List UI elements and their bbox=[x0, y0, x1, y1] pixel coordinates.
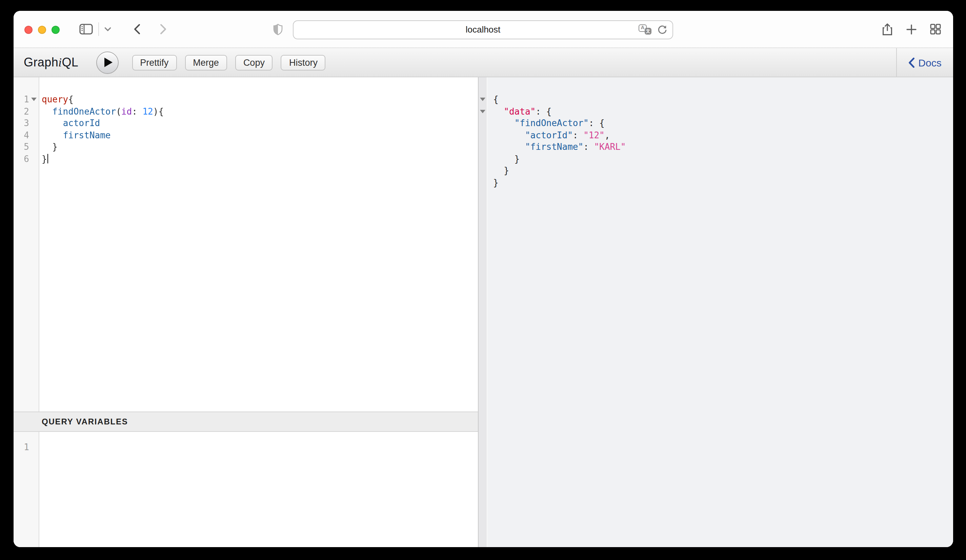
browser-window: localhost A 文 bbox=[13, 11, 953, 547]
sidebar-icon bbox=[79, 24, 93, 34]
nav-controls bbox=[78, 11, 172, 48]
fold-column bbox=[29, 141, 38, 153]
fold-arrow-icon[interactable] bbox=[480, 110, 485, 113]
code-token: 12 bbox=[142, 106, 153, 116]
fold-column bbox=[29, 117, 38, 129]
code-line: "findOneActor": { bbox=[493, 117, 626, 129]
merge-button[interactable]: Merge bbox=[185, 54, 227, 70]
code-line: } bbox=[493, 177, 626, 189]
prettify-button[interactable]: Prettify bbox=[132, 54, 177, 70]
line-number: 4 bbox=[13, 129, 29, 141]
line-number: 3 bbox=[13, 117, 29, 129]
toolbar-buttons: Prettify Merge Copy History bbox=[132, 54, 326, 70]
code-line: } bbox=[493, 165, 626, 177]
code-token: findOneActor bbox=[52, 106, 116, 116]
code-token: : bbox=[536, 106, 546, 116]
code-token bbox=[493, 106, 504, 116]
result-pane: { "data": { "findOneActor": { "actorId":… bbox=[479, 77, 953, 547]
graphiql-toolbar: GraphiQL Prettify Merge Copy History Doc… bbox=[13, 48, 953, 77]
copy-button[interactable]: Copy bbox=[235, 54, 273, 70]
code-token bbox=[493, 142, 525, 152]
code-token bbox=[493, 118, 514, 128]
code-token: : bbox=[589, 118, 599, 128]
query-variables-bar[interactable]: QUERY VARIABLES bbox=[13, 412, 478, 432]
code-token: : bbox=[583, 142, 594, 152]
code-token: "data" bbox=[504, 106, 536, 116]
code-token: "findOneActor" bbox=[514, 118, 589, 128]
code-token bbox=[42, 106, 52, 116]
gutter-line: 4 bbox=[13, 129, 38, 141]
gutter-line: 1 bbox=[13, 94, 38, 105]
fold-column[interactable] bbox=[479, 94, 487, 105]
history-button[interactable]: History bbox=[281, 54, 326, 70]
screen: localhost A 文 bbox=[0, 0, 966, 560]
sidebar-dropdown-button[interactable] bbox=[102, 22, 113, 36]
gutter-line: 1 bbox=[13, 441, 38, 453]
code-line: "data": { bbox=[493, 105, 626, 117]
docs-label: Docs bbox=[918, 57, 941, 68]
fold-column bbox=[29, 105, 38, 117]
new-tab-button[interactable] bbox=[906, 24, 917, 34]
code-token: : bbox=[573, 130, 583, 140]
reload-icon bbox=[657, 24, 668, 35]
window-controls bbox=[25, 25, 60, 34]
result-code: { "data": { "findOneActor": { "actorId":… bbox=[493, 77, 626, 189]
fold-arrow-icon[interactable] bbox=[31, 98, 36, 101]
query-editor[interactable]: 123456 query{ findOneActor(id: 12){ acto… bbox=[13, 77, 478, 412]
back-button[interactable] bbox=[128, 20, 146, 38]
reload-button[interactable] bbox=[657, 24, 668, 35]
code-token: "actorId" bbox=[525, 130, 573, 140]
code-token: { bbox=[493, 94, 499, 104]
gutter-line: 5 bbox=[13, 141, 38, 153]
chevron-down-icon bbox=[104, 27, 111, 31]
code-token: id bbox=[122, 106, 132, 116]
execute-button[interactable] bbox=[96, 51, 118, 74]
fold-arrow-icon[interactable] bbox=[480, 98, 485, 101]
fold-column bbox=[29, 441, 38, 453]
browser-chrome: localhost A 文 bbox=[13, 11, 953, 48]
code-token: } bbox=[493, 177, 499, 187]
fold-column[interactable] bbox=[29, 94, 38, 105]
fold-column[interactable] bbox=[479, 105, 487, 117]
gutter-line bbox=[479, 94, 487, 105]
code-token: "firstName" bbox=[525, 142, 583, 152]
chevron-right-icon bbox=[160, 24, 167, 34]
code-token: } bbox=[493, 166, 509, 176]
share-icon bbox=[882, 23, 893, 36]
privacy-shield-icon[interactable] bbox=[273, 24, 283, 35]
address-bar[interactable]: localhost A 文 bbox=[293, 20, 673, 39]
query-editor-gutter: 123456 bbox=[13, 77, 39, 412]
grid-icon bbox=[930, 24, 941, 34]
zoom-button[interactable] bbox=[51, 25, 60, 34]
graphiql-logo: GraphiQL bbox=[24, 55, 78, 69]
share-button[interactable] bbox=[882, 23, 893, 36]
line-number: 2 bbox=[13, 105, 29, 117]
variables-editor[interactable]: 1 bbox=[13, 432, 478, 547]
code-line: } bbox=[42, 141, 164, 153]
divider bbox=[98, 22, 99, 36]
sidebar-toggle-button[interactable] bbox=[78, 21, 94, 37]
variables-editor-code[interactable] bbox=[39, 432, 42, 547]
line-number: 5 bbox=[13, 141, 29, 153]
minimize-button[interactable] bbox=[38, 25, 46, 34]
line-number: 1 bbox=[13, 94, 29, 105]
tab-overview-button[interactable] bbox=[930, 24, 941, 34]
fold-column bbox=[29, 153, 38, 165]
close-button[interactable] bbox=[25, 25, 33, 34]
code-token: { bbox=[599, 118, 605, 128]
code-token: { bbox=[546, 106, 552, 116]
chevron-left-icon bbox=[133, 24, 140, 34]
code-line: findOneActor(id: 12){ bbox=[42, 105, 164, 117]
query-editor-code[interactable]: query{ findOneActor(id: 12){ actorId fir… bbox=[39, 77, 164, 412]
code-token: firstName bbox=[63, 130, 111, 140]
forward-button[interactable] bbox=[154, 20, 172, 38]
plus-icon bbox=[906, 24, 917, 34]
code-token: } bbox=[493, 154, 519, 164]
code-token bbox=[137, 106, 143, 116]
code-token: { bbox=[68, 94, 74, 104]
graphiql-main: 123456 query{ findOneActor(id: 12){ acto… bbox=[13, 77, 953, 547]
gutter-line: 2 bbox=[13, 105, 38, 117]
docs-button[interactable]: Docs bbox=[896, 48, 953, 77]
result-gutter bbox=[479, 77, 487, 547]
translate-icon[interactable]: A 文 bbox=[639, 25, 651, 34]
